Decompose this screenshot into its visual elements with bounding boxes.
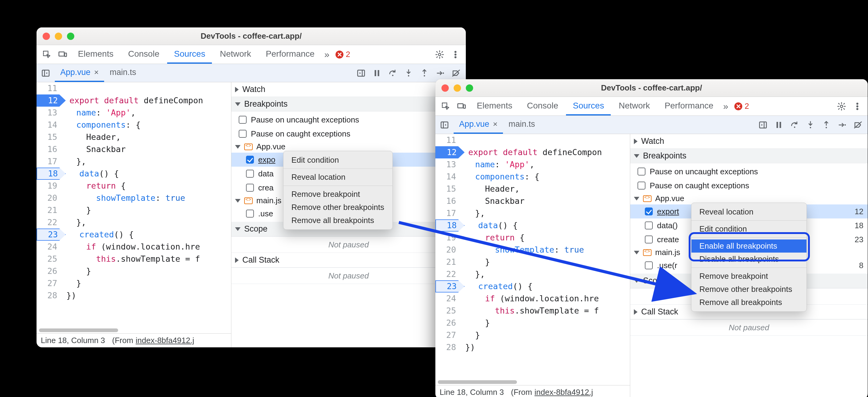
pause-icon[interactable] — [772, 118, 786, 132]
pause-icon[interactable] — [370, 66, 384, 80]
ctx-edit-condition[interactable]: Edit condition — [691, 222, 806, 235]
minimize-window-button[interactable] — [454, 84, 461, 92]
gutter-line-number[interactable]: 13 — [435, 159, 462, 171]
deactivate-breakpoints-icon[interactable] — [850, 118, 865, 132]
gutter-line-number[interactable]: 15 — [435, 183, 462, 195]
gutter-line-number[interactable]: 22 — [36, 216, 63, 228]
code-line[interactable]: 17 }, — [36, 155, 231, 168]
section-callstack[interactable]: Call Stack — [231, 253, 466, 267]
checkbox[interactable] — [645, 261, 653, 270]
code-line[interactable]: 11 — [435, 134, 630, 146]
checkbox[interactable] — [239, 130, 247, 138]
tab-performance[interactable]: Performance — [259, 45, 321, 64]
maximize-window-button[interactable] — [466, 84, 473, 92]
close-window-button[interactable] — [441, 84, 449, 92]
pause-uncaught-row[interactable]: Pause on uncaught exceptions — [630, 165, 868, 178]
code-line[interactable]: 19 return { — [36, 180, 231, 192]
code-line[interactable]: 26 } — [435, 317, 630, 329]
pause-caught-row[interactable]: Pause on caught exceptions — [630, 178, 868, 193]
code-line[interactable]: 28}) — [435, 341, 630, 353]
gutter-line-number[interactable]: 27 — [36, 277, 63, 289]
checkbox[interactable] — [645, 222, 653, 229]
settings-gear-icon[interactable] — [432, 47, 447, 62]
code-line[interactable]: 12export default defineCompon — [36, 94, 231, 107]
more-tabs-chevron-icon[interactable]: » — [322, 49, 331, 60]
code-line[interactable]: 22 }, — [36, 216, 231, 228]
gutter-line-number[interactable]: 18 — [435, 219, 465, 232]
code-line[interactable]: 15 Header, — [36, 131, 231, 143]
editor-hscrollbar[interactable] — [435, 379, 630, 385]
ctx-remove-breakpoint[interactable]: Remove breakpoint — [691, 270, 806, 283]
settings-gear-icon[interactable] — [834, 99, 849, 114]
status-source-file[interactable]: index-8bfa4912.j — [535, 388, 593, 397]
gutter-line-number[interactable]: 21 — [435, 256, 462, 268]
step-icon[interactable] — [433, 66, 447, 80]
tab-sources[interactable]: Sources — [566, 97, 611, 115]
code-line[interactable]: 11 — [36, 82, 231, 94]
tab-network[interactable]: Network — [612, 97, 657, 115]
ctx-remove-other[interactable]: Remove other breakpoints — [691, 283, 806, 296]
gutter-line-number[interactable]: 24 — [36, 241, 63, 253]
gutter-line-number[interactable]: 26 — [435, 317, 462, 329]
editor-hscrollbar[interactable] — [36, 327, 231, 333]
file-tab-main-ts[interactable]: main.ts — [104, 64, 142, 82]
gutter-line-number[interactable]: 12 — [435, 146, 465, 159]
tab-elements[interactable]: Elements — [470, 97, 519, 115]
code-line[interactable]: 27 } — [36, 277, 231, 289]
minimize-window-button[interactable] — [55, 33, 62, 40]
gutter-line-number[interactable]: 14 — [435, 171, 462, 183]
code-line[interactable]: 24 if (window.location.hre — [36, 241, 231, 253]
gutter-line-number[interactable]: 21 — [36, 204, 63, 216]
ctx-remove-breakpoint[interactable]: Remove breakpoint — [283, 188, 393, 201]
file-tab-app-vue[interactable]: App.vue × — [55, 64, 104, 82]
code-line[interactable]: 14 components: { — [36, 119, 231, 131]
gutter-line-number[interactable]: 12 — [36, 94, 66, 107]
code-line[interactable]: 20 showTemplate: true — [36, 192, 231, 204]
code-line[interactable]: 14 components: { — [435, 171, 630, 183]
gutter-line-number[interactable]: 15 — [36, 131, 63, 143]
ctx-reveal-location[interactable]: Reveal location — [691, 205, 806, 219]
kebab-menu-icon[interactable] — [850, 99, 865, 114]
error-badge[interactable]: 2 — [333, 50, 353, 59]
navigator-toggle-icon[interactable] — [38, 66, 53, 80]
checkbox[interactable] — [645, 207, 653, 216]
code-line[interactable]: 23 created() { — [435, 280, 630, 292]
more-tabs-chevron-icon[interactable]: » — [721, 101, 730, 112]
tab-network[interactable]: Network — [213, 45, 258, 64]
close-tab-icon[interactable]: × — [94, 68, 99, 77]
error-badge[interactable]: 2 — [731, 102, 752, 111]
tab-console[interactable]: Console — [122, 45, 166, 64]
maximize-window-button[interactable] — [67, 33, 74, 40]
code-line[interactable]: 18 data() { — [36, 168, 231, 180]
ctx-remove-all[interactable]: Remove all breakpoints — [691, 296, 806, 309]
gutter-line-number[interactable]: 25 — [435, 305, 462, 317]
gutter-line-number[interactable]: 19 — [435, 232, 462, 244]
gutter-line-number[interactable]: 19 — [36, 180, 63, 192]
navigator-toggle-icon[interactable] — [437, 118, 452, 132]
ctx-reveal-location[interactable]: Reveal location — [283, 171, 393, 184]
code-line[interactable]: 25 this.showTemplate = f — [36, 253, 231, 265]
tab-console[interactable]: Console — [520, 97, 565, 115]
code-line[interactable]: 16 Snackbar — [435, 195, 630, 207]
step-icon[interactable] — [835, 118, 849, 132]
ctx-remove-other[interactable]: Remove other breakpoints — [283, 201, 393, 214]
ctx-disable-all[interactable]: Disable all breakpoints — [691, 253, 806, 266]
close-tab-icon[interactable]: × — [493, 119, 497, 129]
gutter-line-number[interactable]: 23 — [36, 228, 66, 241]
debugger-toggle-icon[interactable] — [354, 66, 368, 80]
gutter-line-number[interactable]: 16 — [36, 143, 63, 155]
step-into-icon[interactable] — [803, 118, 818, 132]
device-toolbar-icon[interactable] — [55, 47, 70, 62]
code-line[interactable]: 24 if (window.location.hre — [435, 292, 630, 305]
gutter-line-number[interactable]: 18 — [36, 168, 66, 180]
code-line[interactable]: 26 } — [36, 265, 231, 277]
gutter-line-number[interactable]: 13 — [36, 107, 63, 119]
step-into-icon[interactable] — [401, 66, 416, 80]
inspect-icon[interactable] — [438, 99, 453, 114]
step-out-icon[interactable] — [819, 118, 834, 132]
code-line[interactable]: 27 } — [435, 329, 630, 341]
section-watch[interactable]: Watch — [630, 134, 868, 149]
gutter-line-number[interactable]: 20 — [435, 244, 462, 256]
kebab-menu-icon[interactable] — [448, 47, 463, 62]
file-tab-main-ts[interactable]: main.ts — [503, 116, 540, 134]
